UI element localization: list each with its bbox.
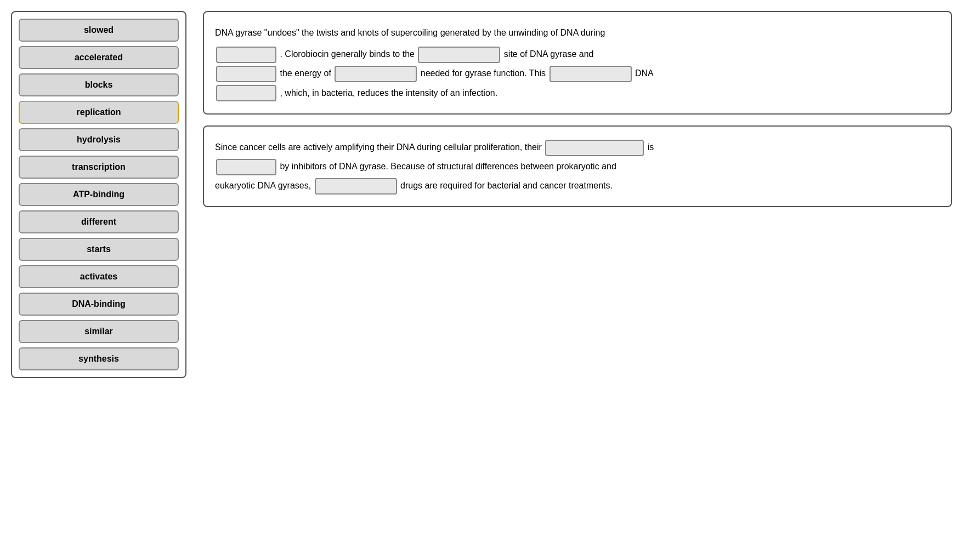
blank-1-2[interactable] [418, 47, 500, 63]
word-item-synthesis[interactable]: synthesis [19, 347, 179, 370]
word-item-hydrolysis[interactable]: hydrolysis [19, 128, 179, 151]
blank-2-1[interactable] [545, 140, 644, 156]
word-item-blocks[interactable]: blocks [19, 73, 179, 96]
passage-1: DNA gyrase "undoes" the twists and knots… [203, 11, 952, 115]
word-item-different[interactable]: different [19, 210, 179, 233]
passages-container: DNA gyrase "undoes" the twists and knots… [203, 11, 952, 207]
word-item-accelerated[interactable]: accelerated [19, 46, 179, 69]
word-item-starts[interactable]: starts [19, 238, 179, 261]
blank-1-3[interactable] [216, 66, 276, 82]
word-item-replication[interactable]: replication [19, 101, 179, 124]
blank-1-1[interactable] [216, 47, 276, 63]
word-item-slowed[interactable]: slowed [19, 19, 179, 42]
word-item-activates[interactable]: activates [19, 265, 179, 288]
blank-1-6[interactable] [216, 85, 276, 101]
word-bank: slowedacceleratedblocksreplicationhydrol… [11, 11, 186, 378]
passage-2: Since cancer cells are actively amplifyi… [203, 125, 952, 208]
blank-2-3[interactable] [315, 178, 397, 195]
blank-1-4[interactable] [335, 66, 417, 82]
word-item-transcription[interactable]: transcription [19, 156, 179, 179]
word-item-DNA-binding[interactable]: DNA-binding [19, 293, 179, 316]
blank-2-2[interactable] [216, 159, 276, 175]
blank-1-5[interactable] [550, 66, 632, 82]
passage-1-text: DNA gyrase "undoes" the twists and knots… [215, 28, 605, 37]
word-item-ATP-binding[interactable]: ATP-binding [19, 183, 179, 206]
word-item-similar[interactable]: similar [19, 320, 179, 343]
